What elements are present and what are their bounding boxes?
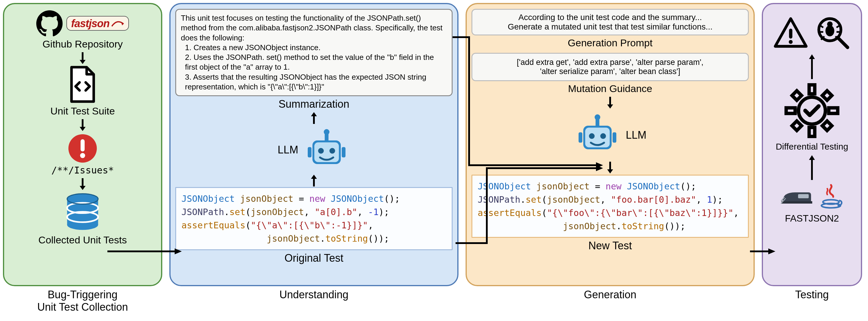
arrow-down-icon <box>77 178 89 191</box>
stage1-caption: Bug-Triggering Unit Test Collection <box>3 289 162 313</box>
arrow-down-icon <box>77 52 89 65</box>
prompt-line: Generate a mutated unit test that test s… <box>508 22 713 31</box>
svg-rect-52 <box>822 91 832 100</box>
summary-box: This unit test focuses on testing the fu… <box>175 9 453 96</box>
original-test-label: Original Test <box>284 252 343 264</box>
bug-magnifier-icon <box>815 15 851 51</box>
pipeline-stage: fastjson Github Repository Unit Test Sui… <box>3 3 865 286</box>
suite-label: Unit Test Suite <box>51 105 115 117</box>
svg-marker-13 <box>311 112 317 116</box>
svg-marker-6 <box>80 186 86 190</box>
code-file-icon <box>66 65 99 103</box>
collected-label: Collected Unit Tests <box>38 234 127 246</box>
svg-marker-1 <box>80 60 86 64</box>
svg-rect-49 <box>786 108 795 114</box>
svg-point-38 <box>827 22 833 27</box>
svg-point-5 <box>80 153 85 158</box>
llm-block: LLM <box>574 111 646 159</box>
summarization-label: Summarization <box>279 98 349 110</box>
panel-generation: According to the unit test code and the … <box>466 3 755 286</box>
svg-marker-32 <box>607 169 613 173</box>
database-icon <box>62 191 103 232</box>
exclamation-icon <box>66 132 99 165</box>
fastjson2-row <box>780 184 843 210</box>
arrow-up-icon <box>806 54 818 79</box>
svg-point-17 <box>330 148 335 154</box>
svg-marker-22 <box>311 175 317 179</box>
svg-rect-53 <box>792 121 802 130</box>
stage2-caption: Understanding <box>169 289 459 313</box>
llm-label: LLM <box>278 144 298 156</box>
panel-testing: Differential Testing FASTJSON2 <box>762 3 862 286</box>
svg-rect-18 <box>308 147 312 158</box>
repo-icons-row: fastjson <box>36 10 129 37</box>
svg-point-27 <box>600 133 606 139</box>
arrow-down-icon <box>77 119 89 132</box>
java-icon <box>820 184 843 210</box>
svg-marker-23 <box>607 104 613 108</box>
summary-line: 2. Uses the JSONPath. set() method to se… <box>181 53 447 72</box>
github-icon <box>36 10 63 37</box>
stage3-caption: Generation <box>466 289 755 313</box>
arrow-up-icon <box>308 111 320 125</box>
issues-path: /**/Issues* <box>51 165 114 176</box>
summary-line: 3. Asserts that the resulting JSONObject… <box>181 72 447 92</box>
prompt-label: Generation Prompt <box>568 37 652 49</box>
llm-block: LLM <box>278 126 350 173</box>
warning-bug-row <box>773 15 851 51</box>
guidance-box: ['add extra get', 'add extra parse', 'al… <box>471 53 749 81</box>
svg-rect-28 <box>579 132 582 142</box>
arrow-up-icon <box>806 155 818 181</box>
svg-point-16 <box>318 148 324 154</box>
svg-rect-54 <box>822 121 832 130</box>
fastjson-wordmark: fastjson <box>71 18 110 29</box>
svg-point-34 <box>788 40 793 44</box>
fastjson-logo: fastjson <box>66 16 129 31</box>
caption-row: Bug-Triggering Unit Test Collection Unde… <box>3 289 865 313</box>
svg-rect-51 <box>792 91 802 100</box>
svg-rect-48 <box>809 127 815 136</box>
prompt-line: According to the unit test code and the … <box>518 13 702 22</box>
stage4-caption: Testing <box>762 289 862 313</box>
svg-point-26 <box>589 133 594 139</box>
fastjson2-label: FASTJSON2 <box>785 213 839 224</box>
svg-rect-50 <box>829 108 838 114</box>
new-test-code: JSONObject jsonObject = new JSONObject()… <box>471 175 749 238</box>
panel-collection: fastjson Github Repository Unit Test Sui… <box>3 3 162 286</box>
train-icon <box>780 187 813 207</box>
original-test-code: JSONObject jsonObject = new JSONObject()… <box>175 187 453 250</box>
fastjson-swoosh-icon <box>111 20 124 27</box>
gear-check-icon <box>784 83 840 139</box>
svg-point-31 <box>594 115 600 120</box>
summary-line: 1. Creates a new JSONObject instance. <box>181 43 447 53</box>
guidance-label: Mutation Guidance <box>568 83 652 94</box>
svg-rect-19 <box>342 147 345 158</box>
prompt-box: According to the unit test code and the … <box>471 9 749 35</box>
llm-robot-icon <box>574 111 621 159</box>
svg-rect-4 <box>81 139 85 151</box>
arrow-down-icon <box>604 161 616 174</box>
svg-rect-33 <box>789 29 792 39</box>
diff-testing-label: Differential Testing <box>776 141 848 152</box>
svg-rect-29 <box>613 132 616 142</box>
arrow-up-icon <box>308 174 320 187</box>
llm-label: LLM <box>626 129 646 141</box>
svg-point-21 <box>324 129 329 135</box>
new-test-label: New Test <box>588 239 632 252</box>
svg-marker-2 <box>80 127 86 131</box>
llm-robot-icon <box>303 126 350 173</box>
svg-rect-56 <box>798 194 809 198</box>
svg-marker-45 <box>809 54 815 59</box>
repo-label: Github Repository <box>42 38 123 50</box>
svg-rect-57 <box>781 201 812 203</box>
summary-line: This unit test focuses on testing the fu… <box>181 13 442 42</box>
panel-understanding: This unit test focuses on testing the fu… <box>169 3 459 286</box>
svg-marker-55 <box>809 155 815 160</box>
warning-triangle-icon <box>773 15 808 51</box>
svg-rect-47 <box>809 85 815 94</box>
arrow-down-icon <box>604 96 616 109</box>
